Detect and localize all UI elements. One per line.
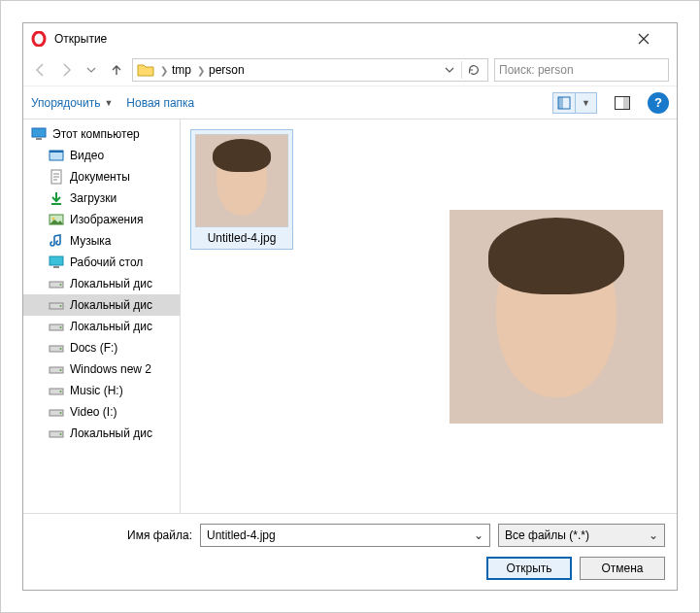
filter-label: Все файлы (*.*) bbox=[505, 528, 589, 542]
tree-item-label: Изображения bbox=[70, 213, 143, 226]
tree-item-label: Windows new 2 bbox=[70, 362, 151, 376]
svg-point-0 bbox=[33, 32, 45, 46]
open-button[interactable]: Открыть bbox=[486, 557, 572, 580]
up-button[interactable] bbox=[107, 60, 126, 80]
filename-label: Имя файла: bbox=[35, 528, 192, 542]
svg-rect-13 bbox=[53, 266, 59, 268]
svg-point-15 bbox=[60, 284, 62, 286]
tree-item[interactable]: Изображения bbox=[23, 209, 180, 230]
music-icon bbox=[49, 233, 64, 249]
svg-point-25 bbox=[60, 391, 62, 392]
view-mode-control[interactable]: ▼ bbox=[552, 92, 597, 114]
chevron-down-icon[interactable]: ⌄ bbox=[645, 528, 662, 542]
organize-menu[interactable]: Упорядочить ▼ bbox=[31, 96, 113, 110]
tree-item-label: Музыка bbox=[70, 234, 111, 248]
forward-button[interactable] bbox=[56, 60, 76, 80]
tree-item[interactable]: Локальный дис bbox=[23, 273, 180, 294]
tree-item-label: Локальный дис bbox=[70, 298, 152, 312]
footer: Имя файла: Untitled-4.jpg ⌄ Все файлы (*… bbox=[23, 513, 677, 590]
tree-item-label: Music (H:) bbox=[70, 384, 123, 397]
search-input[interactable]: Поиск: person bbox=[494, 58, 669, 82]
svg-point-17 bbox=[60, 305, 62, 307]
chevron-right-icon: ❯ bbox=[197, 65, 205, 76]
tree-root-this-pc[interactable]: Этот компьютер bbox=[23, 123, 180, 145]
search-placeholder: Поиск: person bbox=[499, 63, 574, 77]
svg-point-27 bbox=[60, 412, 62, 414]
tree-item[interactable]: Docs (F:) bbox=[23, 337, 180, 358]
cancel-button[interactable]: Отмена bbox=[580, 557, 665, 580]
tree-item[interactable]: Загрузки bbox=[23, 187, 180, 209]
tree-item[interactable]: Video (I:) bbox=[23, 401, 180, 423]
view-icon[interactable] bbox=[553, 93, 575, 113]
tree-item[interactable]: Music (H:) bbox=[23, 380, 180, 401]
tree-item-label: Загрузки bbox=[70, 191, 117, 205]
tree-item-label: Video (I:) bbox=[70, 405, 117, 419]
preview-pane-toggle[interactable] bbox=[611, 92, 634, 114]
breadcrumb-segment[interactable]: ❯ person bbox=[197, 63, 245, 77]
file-name-label: Untitled-4.jpg bbox=[208, 231, 277, 245]
computer-icon bbox=[31, 126, 47, 142]
recent-dropdown[interactable] bbox=[82, 60, 101, 80]
file-item[interactable]: Untitled-4.jpg bbox=[190, 129, 293, 250]
preview-image bbox=[450, 210, 663, 424]
chevron-down-icon: ▼ bbox=[582, 98, 590, 108]
filename-input[interactable]: Untitled-4.jpg ⌄ bbox=[200, 524, 490, 547]
breadcrumb-segment[interactable]: ❯ tmp bbox=[160, 63, 191, 77]
tree-item[interactable]: Windows new 2 bbox=[23, 358, 180, 380]
file-thumbnail bbox=[195, 134, 288, 227]
svg-point-21 bbox=[60, 348, 62, 350]
tree-item-label: Видео bbox=[70, 149, 104, 162]
chevron-down-icon: ▼ bbox=[104, 98, 113, 108]
filename-value: Untitled-4.jpg bbox=[207, 528, 276, 542]
nav-row: ❯ tmp ❯ person bbox=[23, 54, 677, 85]
chevron-down-icon[interactable]: ⌄ bbox=[470, 528, 487, 542]
tree-item-label: Локальный дис bbox=[70, 320, 152, 333]
desktop-icon bbox=[49, 255, 64, 270]
drive-icon bbox=[49, 426, 64, 441]
breadcrumb-label: tmp bbox=[172, 63, 191, 77]
refresh-button[interactable] bbox=[464, 60, 483, 80]
back-button[interactable] bbox=[31, 60, 50, 80]
file-type-filter[interactable]: Все файлы (*.*) ⌄ bbox=[498, 524, 665, 547]
tree-item-label: Локальный дис bbox=[70, 426, 152, 440]
tree-item[interactable]: Рабочий стол bbox=[23, 252, 180, 273]
view-dropdown[interactable]: ▼ bbox=[575, 93, 596, 113]
tree-item[interactable]: Локальный дис bbox=[23, 316, 180, 337]
svg-rect-5 bbox=[32, 128, 46, 137]
tree-item[interactable]: Музыка bbox=[23, 230, 180, 252]
drive-icon bbox=[49, 340, 64, 356]
drive-icon bbox=[49, 404, 64, 420]
help-button[interactable]: ? bbox=[648, 92, 669, 114]
tree-item-label: Документы bbox=[70, 170, 130, 184]
new-folder-button[interactable]: Новая папка bbox=[126, 96, 194, 110]
tree-item[interactable]: Документы bbox=[23, 166, 180, 187]
tree-item[interactable]: Локальный дис bbox=[23, 423, 180, 444]
tree-item[interactable]: Видео bbox=[23, 145, 180, 166]
drive-icon bbox=[49, 319, 64, 334]
drive-icon bbox=[49, 276, 64, 291]
opera-icon bbox=[31, 31, 47, 47]
organize-label: Упорядочить bbox=[31, 96, 100, 110]
tree-label: Этот компьютер bbox=[52, 127, 140, 141]
docs-icon bbox=[49, 169, 64, 185]
video-icon bbox=[49, 148, 64, 163]
svg-rect-2 bbox=[558, 97, 563, 109]
address-dropdown[interactable] bbox=[440, 60, 459, 80]
address-bar[interactable]: ❯ tmp ❯ person bbox=[132, 58, 488, 82]
svg-point-23 bbox=[60, 369, 62, 371]
svg-rect-4 bbox=[623, 96, 630, 109]
tree-item-label: Локальный дис bbox=[70, 277, 152, 290]
preview-pane bbox=[444, 119, 677, 513]
window-title: Открытие bbox=[54, 32, 638, 46]
close-button[interactable] bbox=[638, 33, 669, 45]
tree-item[interactable]: Локальный дис bbox=[23, 294, 180, 316]
nav-tree: Этот компьютер ВидеоДокументыЗагрузкиИзо… bbox=[23, 119, 181, 513]
drive-icon bbox=[49, 361, 64, 377]
folder-icon bbox=[137, 61, 154, 79]
downloads-icon bbox=[49, 190, 64, 206]
titlebar: Открытие bbox=[23, 23, 677, 54]
file-list[interactable]: Untitled-4.jpg bbox=[181, 119, 444, 513]
cancel-button-label: Отмена bbox=[601, 562, 643, 575]
breadcrumb-label: person bbox=[209, 63, 245, 77]
drive-icon bbox=[49, 297, 64, 313]
